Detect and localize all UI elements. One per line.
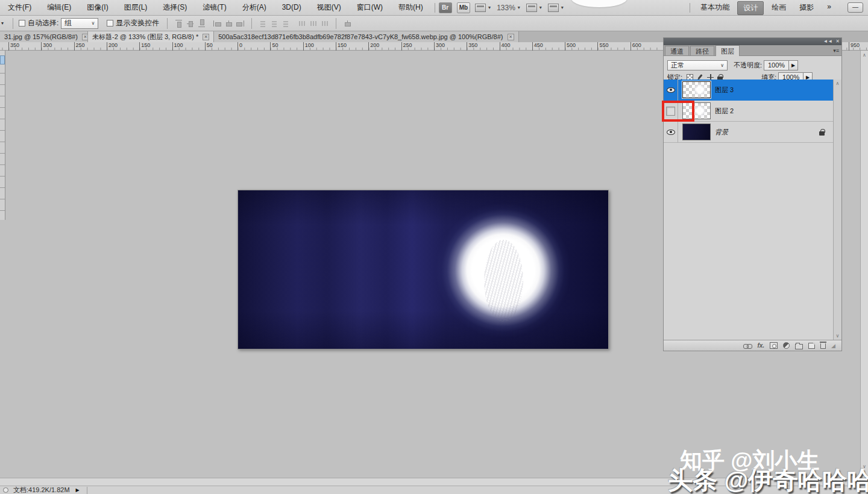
chevron-down-icon: ∨ (720, 63, 724, 68)
distribute-right-edges-icon[interactable] (321, 20, 329, 27)
menu-item[interactable]: 窗口(W) (349, 0, 391, 15)
layer-visibility-toggle[interactable] (664, 80, 678, 101)
opacity-value[interactable]: 100% (764, 60, 789, 70)
tools-panel-edge[interactable] (0, 51, 5, 220)
workspace-button[interactable]: 基本功能 (695, 1, 735, 15)
blend-mode-value: 正常 (671, 61, 684, 70)
collapse-panel-icon[interactable]: ◄◄ (823, 39, 832, 44)
workspace-button[interactable]: 摄影 (794, 1, 819, 15)
chevron-down-icon[interactable]: ▾ (488, 5, 491, 10)
auto-select-dropdown[interactable]: 组 ∨ (61, 18, 98, 29)
opacity-slider-arrow[interactable]: ▶ (789, 60, 798, 70)
ruler-tick-label: 100 (303, 42, 314, 51)
scroll-up-icon[interactable]: ∧ (834, 81, 841, 86)
new-layer-icon[interactable] (808, 343, 815, 349)
minimize-button[interactable]: — (848, 2, 863, 13)
eye-icon[interactable] (667, 130, 675, 135)
panel-tab-strip: 通道路径图层▾≡ (664, 45, 841, 56)
menu-item[interactable]: 3D(D) (274, 0, 309, 15)
distribute-bottom-edges-icon[interactable] (282, 20, 290, 27)
add-layer-mask-icon[interactable] (770, 342, 778, 349)
document-tab[interactable]: 500a5ac318ecf13d871e6fb3b8adfb69e782f87e… (214, 31, 518, 42)
ruler-tick-label: 300 (434, 42, 445, 51)
options-divider (336, 18, 336, 29)
menu-item[interactable]: 选择(S) (155, 0, 195, 15)
distribute-top-edges-icon[interactable] (259, 20, 267, 27)
menu-item[interactable]: 帮助(H) (391, 0, 431, 15)
menu-item[interactable]: 图像(I) (79, 0, 116, 15)
menu-item[interactable]: 分析(A) (234, 0, 274, 15)
panel-tab-inactive[interactable]: 路径 (690, 46, 714, 55)
mini-bridge-button[interactable]: Mb (457, 2, 470, 13)
link-layers-icon[interactable] (743, 343, 752, 348)
menu-item[interactable]: 文件(F) (0, 0, 39, 15)
eye-icon[interactable] (667, 87, 675, 93)
chevron-down-icon[interactable]: ▾ (518, 5, 520, 10)
layer-thumbnail[interactable] (682, 124, 711, 140)
scroll-up-icon[interactable]: ∧ (861, 52, 868, 58)
workspace-button[interactable]: 设计 (737, 1, 764, 15)
layer-row[interactable]: 背景 (664, 122, 833, 143)
scroll-down-icon[interactable]: ∨ (834, 333, 841, 339)
align-horizontal-centers-icon[interactable] (225, 20, 233, 27)
delete-layer-icon[interactable] (820, 343, 826, 349)
panel-scrollbar[interactable]: ∧ ∨ (833, 80, 841, 340)
status-circle-icon (3, 487, 8, 493)
show-transform-checkbox[interactable] (107, 20, 113, 27)
layer-row[interactable]: 图层 3 (664, 80, 833, 101)
screen-mode-icon[interactable] (548, 4, 559, 12)
chevron-down-icon[interactable]: ▾ (539, 5, 542, 10)
menu-item[interactable]: 滤镜(T) (195, 0, 234, 15)
zoom-level-value[interactable]: 133% (497, 4, 515, 12)
layer-style-icon[interactable]: fx. (757, 342, 764, 349)
resize-grip-icon[interactable]: ◢ (831, 343, 835, 349)
layer-name[interactable]: 图层 3 (715, 86, 734, 95)
workspace-button[interactable]: » (822, 1, 837, 15)
document-size-status: 文档:419.2K/1.82M (13, 486, 70, 494)
document-tab[interactable]: 未标题-2 @ 133% (图层 3, RGB/8) *× (88, 31, 214, 42)
layer-thumbnail[interactable] (682, 81, 711, 98)
document-canvas[interactable] (237, 190, 609, 349)
align-right-edges-icon[interactable] (236, 20, 244, 27)
layer-visibility-toggle[interactable] (664, 122, 678, 143)
options-divider (167, 18, 168, 29)
align-bottom-edges-icon[interactable] (198, 20, 206, 27)
chevron-down-icon[interactable]: ▾ (561, 5, 564, 10)
menu-item[interactable]: 视图(V) (309, 0, 349, 15)
status-arrow-icon[interactable]: ▶ (76, 487, 80, 493)
document-tab[interactable]: 31.jpg @ 157%(RGB/8#)× (0, 31, 88, 42)
align-top-edges-icon[interactable] (175, 20, 183, 27)
vertical-scrollbar[interactable]: ∧ ∨ (860, 51, 868, 478)
menu-item[interactable]: 编辑(E) (39, 0, 79, 15)
close-panel-icon[interactable]: ✕ (835, 39, 840, 44)
ruler-tick-label: 50 (270, 42, 278, 51)
lock-icon (819, 131, 825, 136)
panel-menu-icon[interactable]: ▾≡ (833, 48, 839, 54)
panel-tab-inactive[interactable]: 通道 (665, 46, 689, 55)
layer-name[interactable]: 图层 2 (715, 107, 734, 116)
auto-select-checkbox[interactable] (19, 20, 25, 27)
bridge-button[interactable]: Br (439, 2, 452, 13)
watermark-toutiao: 头条 @伊奇哈哈哈 (668, 464, 868, 494)
close-icon[interactable]: × (82, 34, 88, 40)
ruler-tick-label: 150 (336, 42, 347, 51)
align-vertical-centers-icon[interactable] (186, 20, 194, 27)
ruler-tick-label: 200 (368, 42, 379, 51)
view-extras-icon[interactable] (475, 4, 486, 12)
close-icon[interactable]: × (508, 34, 514, 40)
distribute-horizontal-centers-icon[interactable] (309, 20, 317, 27)
distribute-left-edges-icon[interactable] (298, 20, 306, 27)
workspace-button[interactable]: 绘画 (766, 1, 791, 15)
tool-preset-chevron-icon[interactable]: ▾ (1, 20, 4, 26)
panel-tab-active[interactable]: 图层 (715, 45, 740, 56)
close-icon[interactable]: × (203, 34, 209, 40)
arrange-documents-icon[interactable] (526, 4, 537, 12)
distribute-vertical-centers-icon[interactable] (271, 20, 278, 27)
auto-align-layers-icon[interactable] (344, 20, 351, 27)
layer-name[interactable]: 背景 (715, 128, 728, 137)
align-left-edges-icon[interactable] (213, 20, 221, 27)
menu-item[interactable]: 图层(L) (116, 0, 156, 15)
blend-mode-dropdown[interactable]: 正常 ∨ (667, 60, 728, 70)
adjustment-layer-icon[interactable] (783, 342, 790, 349)
new-group-icon[interactable] (795, 344, 803, 349)
